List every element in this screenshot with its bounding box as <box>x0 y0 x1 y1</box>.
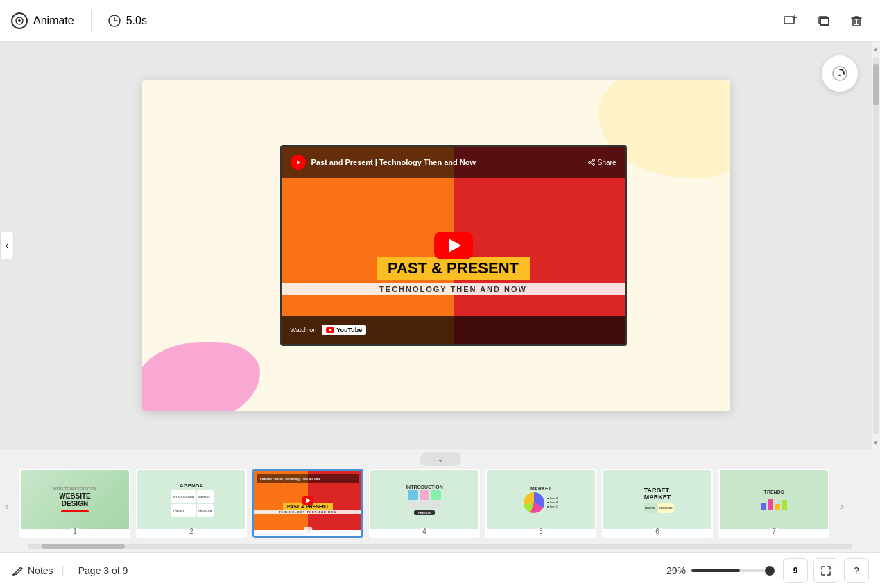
slide-canvas: Past and Present | Technology Then and N… <box>142 80 730 411</box>
thumb-2-content: AGENDA INTRODUCTION MARKET TRENDS PROBLE… <box>137 470 245 529</box>
scroll-up-arrow[interactable]: ▲ <box>872 42 880 55</box>
slide-thumbnail-4[interactable]: INTRODUCTION FREE US <box>369 469 480 538</box>
bottom-bar: Notes | Page 3 of 9 29% 9 ? <box>0 552 880 588</box>
help-button[interactable]: ? <box>844 558 869 583</box>
canvas-area: + Past and Present | Technology Then and <box>0 42 872 449</box>
collapse-button[interactable]: ⌄ <box>0 449 880 469</box>
animate-label: Animate <box>33 15 74 27</box>
svg-line-29 <box>17 569 22 574</box>
svg-text:+: + <box>838 72 842 78</box>
page-info: Page 3 of 9 <box>78 565 128 576</box>
scroll-track[interactable] <box>873 57 879 434</box>
duplicate-icon <box>816 14 830 28</box>
thumb-2-number: 2 <box>187 528 196 535</box>
svg-line-27 <box>15 567 21 573</box>
toolbar-divider <box>91 10 92 31</box>
main-area: ‹ + <box>0 42 880 449</box>
slide-thumbnail-5[interactable]: MARKET ■ Item A■ Item B■ Item C 5 <box>485 469 596 538</box>
svg-rect-9 <box>820 18 829 25</box>
thumb-6-number: 6 <box>653 528 662 535</box>
duplicate-slide-button[interactable] <box>811 8 836 33</box>
bottom-right-buttons: 9 ? <box>783 558 869 583</box>
thumb-7-content: TRENDS <box>720 470 828 529</box>
add-slide-button[interactable] <box>777 8 802 33</box>
share-button[interactable]: Share <box>588 159 616 166</box>
thumb-prev-arrow[interactable]: ‹ <box>0 472 14 541</box>
prev-slide-arrow[interactable]: ‹ <box>0 232 14 259</box>
slide-thumbnail-2[interactable]: AGENDA INTRODUCTION MARKET TRENDS PROBLE… <box>136 469 247 538</box>
thumb-1-content: WEBSITE PRESENTATION WEBSITEDESIGN <box>21 470 129 529</box>
thumb-4-content: INTRODUCTION FREE US <box>370 470 478 529</box>
play-triangle-icon <box>449 239 461 252</box>
share-icon <box>588 159 595 166</box>
svg-point-21 <box>592 164 594 166</box>
help-icon: ? <box>854 565 859 576</box>
video-inner: Past and Present | Technology Then and N… <box>282 147 625 344</box>
play-button[interactable] <box>434 232 473 259</box>
video-header: Past and Present | Technology Then and N… <box>282 147 625 178</box>
duration-control[interactable]: 5.0s <box>108 15 147 27</box>
total-pages-badge[interactable]: 9 <box>783 558 808 583</box>
video-background: Past and Present | Technology Then and N… <box>282 147 625 344</box>
thumb-6-content: TARGETMARKET ANALYSIS STRATEGIES <box>603 470 711 529</box>
fullscreen-icon <box>820 565 831 576</box>
thumb-4-number: 4 <box>420 528 429 535</box>
thumb-5-content: MARKET ■ Item A■ Item B■ Item C <box>487 470 595 529</box>
thumb-1-number: 1 <box>71 528 79 535</box>
trash-icon <box>849 14 863 28</box>
toolbar: Animate 5.0s <box>0 0 880 42</box>
animate-icon <box>11 12 28 29</box>
chevron-left-icon: ‹ <box>6 241 8 250</box>
video-center-title: PAST & PRESENT TECHNOLOGY THEN AND NOW <box>282 257 625 295</box>
delete-slide-button[interactable] <box>844 8 869 33</box>
slide-thumbnail-3[interactable]: Past and Present | Technology Then and N… <box>252 469 363 538</box>
video-channel-title: Past and Present | Technology Then and N… <box>311 158 476 166</box>
blob-bottom-left <box>142 342 260 411</box>
right-scrollbar: ▲ ▼ <box>872 42 880 449</box>
video-footer: Watch on YouTube <box>282 316 625 344</box>
slide-thumbnail-1[interactable]: WEBSITE PRESENTATION WEBSITEDESIGN 1 <box>19 469 130 538</box>
thumb-3-content: Past and Present | Technology Then and N… <box>254 471 361 530</box>
collapse-chevron-icon: ⌄ <box>420 452 461 466</box>
svg-point-1 <box>18 19 21 22</box>
thumb-3-number: 3 <box>304 527 312 535</box>
toolbar-actions <box>777 8 869 33</box>
svg-marker-17 <box>843 72 845 75</box>
slide-thumbnail-6[interactable]: TARGETMARKET ANALYSIS STRATEGIES 6 <box>602 469 713 538</box>
strip-scrollbar <box>28 544 852 549</box>
notes-label: Notes <box>28 565 53 576</box>
scroll-down-arrow[interactable]: ▼ <box>872 435 880 449</box>
ai-assistant-button[interactable]: + <box>822 55 858 92</box>
animate-button[interactable]: Animate <box>11 12 74 29</box>
svg-point-19 <box>592 159 594 162</box>
duration-label: 5.0s <box>126 15 147 27</box>
youtube-logo <box>291 155 306 170</box>
zoom-section: 29% <box>666 565 775 576</box>
clock-icon <box>108 15 121 27</box>
notes-button[interactable]: Notes <box>11 564 53 577</box>
zoom-slider-fill <box>691 569 740 572</box>
fullscreen-button[interactable] <box>813 558 838 583</box>
strip-scroll-thumb <box>42 544 125 549</box>
thumbnail-strip: WEBSITE PRESENTATION WEBSITEDESIGN 1 AGE… <box>14 469 835 544</box>
zoom-slider[interactable] <box>691 569 775 572</box>
zoom-slider-thumb[interactable] <box>765 566 775 576</box>
svg-point-20 <box>588 162 590 164</box>
video-embed[interactable]: Past and Present | Technology Then and N… <box>280 145 627 346</box>
watch-on-label: Watch on <box>291 327 317 334</box>
pencil-icon <box>11 564 24 577</box>
bottom-divider: | <box>62 564 64 577</box>
thumb-next-arrow[interactable]: › <box>835 472 849 541</box>
youtube-pill: YouTube <box>322 325 366 335</box>
youtube-icon <box>326 327 334 333</box>
video-main-title: PAST & PRESENT <box>377 257 530 280</box>
svg-line-23 <box>590 163 592 164</box>
svg-line-22 <box>590 161 592 162</box>
video-subtitle: TECHNOLOGY THEN AND NOW <box>282 283 625 295</box>
add-slide-icon <box>783 14 797 28</box>
slide-thumbnail-7[interactable]: TRENDS 7 <box>718 469 829 538</box>
thumb-5-number: 5 <box>537 528 545 535</box>
thumbnail-section: ⌄ ‹ WEBSITE PRESENTATION WEBSITEDESIGN 1 <box>0 449 880 552</box>
scroll-thumb <box>873 64 879 105</box>
thumb-7-number: 7 <box>770 528 778 535</box>
